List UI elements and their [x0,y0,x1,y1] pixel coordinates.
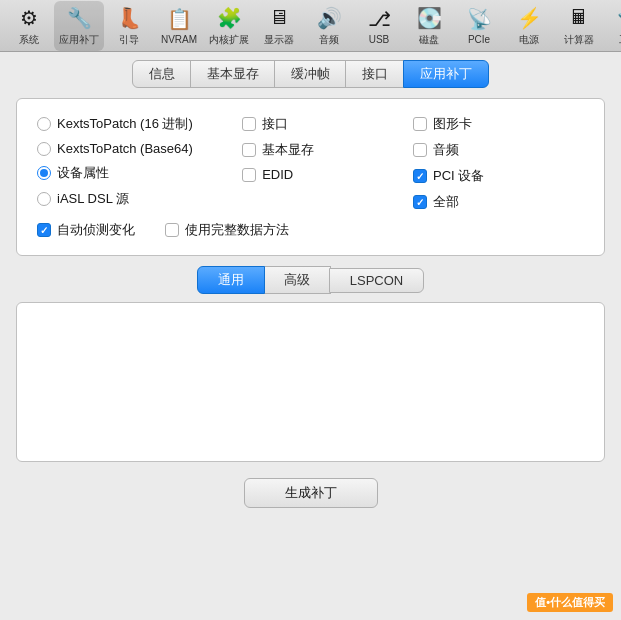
radio-item-2[interactable]: 设备属性 [37,164,242,182]
sub-tab-bar: 通用高级LSPCON [16,266,605,294]
main-content: KextsToPatch (16 进制)KextsToPatch (Base64… [0,88,621,514]
radio-label-2: 设备属性 [57,164,109,182]
toolbar-item-内核扩展[interactable]: 🧩内核扩展 [204,1,254,51]
toolbar-icon-NVRAM: 📋 [166,6,192,32]
radio-label-1: KextsToPatch (Base64) [57,141,193,156]
toolbar-label-显示器: 显示器 [264,33,294,47]
toolbar-icon-计算器: 🖩 [566,5,592,31]
toolbar-label-电源: 电源 [519,33,539,47]
toolbar-icon-磁盘: 💽 [416,5,442,31]
generate-button[interactable]: 生成补丁 [244,478,378,508]
toolbar-label-音频: 音频 [319,33,339,47]
bottom-checkbox-0[interactable] [37,223,51,237]
bottom-options: 自动侦测变化使用完整数据方法 [37,221,584,239]
right-checkbox-item-3[interactable]: 全部 [413,193,584,211]
right-checkbox-3[interactable] [413,195,427,209]
tab-缓冲帧[interactable]: 缓冲帧 [274,60,347,88]
toolbar-label-应用补丁: 应用补丁 [59,33,99,47]
toolbar: ⚙系统🔧应用补丁👢引导📋NVRAM🧩内核扩展🖥显示器🔊音频⎇USB💽磁盘📡PCI… [0,0,621,52]
radio-item-3[interactable]: iASL DSL 源 [37,190,242,208]
radio-0[interactable] [37,117,51,131]
sub-tab-高级[interactable]: 高级 [263,266,331,294]
toolbar-icon-工具: 🔨 [616,5,621,31]
toolbar-item-计算器[interactable]: 🖩计算器 [554,1,604,51]
bottom-checkbox-1[interactable] [165,223,179,237]
right-checkbox-2[interactable] [413,169,427,183]
toolbar-label-引导: 引导 [119,33,139,47]
toolbar-item-音频[interactable]: 🔊音频 [304,1,354,51]
toolbar-icon-USB: ⎇ [366,6,392,32]
content-area [16,302,605,462]
toolbar-icon-显示器: 🖥 [266,5,292,31]
generate-btn-row: 生成补丁 [16,472,605,514]
toolbar-item-电源[interactable]: ⚡电源 [504,1,554,51]
radio-label-3: iASL DSL 源 [57,190,129,208]
right-checkbox-1[interactable] [413,143,427,157]
radio-item-1[interactable]: KextsToPatch (Base64) [37,141,242,156]
right-checkbox-0[interactable] [413,117,427,131]
right-column: 图形卡音频PCI 设备全部 [413,115,584,211]
tab-bar: 信息基本显存缓冲帧接口应用补丁 [0,52,621,88]
toolbar-label-系统: 系统 [19,33,39,47]
right-checkbox-label-3: 全部 [433,193,459,211]
right-checkbox-item-2[interactable]: PCI 设备 [413,167,584,185]
toolbar-item-工具[interactable]: 🔨工具 [604,1,621,51]
bottom-checkbox-label-1: 使用完整数据方法 [185,221,289,239]
toolbar-item-USB[interactable]: ⎇USB [354,2,404,49]
toolbar-item-PCIe[interactable]: 📡PCIe [454,2,504,49]
tab-信息[interactable]: 信息 [132,60,192,88]
radio-label-0: KextsToPatch (16 进制) [57,115,193,133]
tab-基本显存[interactable]: 基本显存 [190,60,276,88]
right-checkbox-label-2: PCI 设备 [433,167,484,185]
radio-3[interactable] [37,192,51,206]
toolbar-item-系统[interactable]: ⚙系统 [4,1,54,51]
toolbar-label-PCIe: PCIe [468,34,490,45]
tab-接口[interactable]: 接口 [345,60,405,88]
mid-checkbox-0[interactable] [242,117,256,131]
mid-checkbox-item-0[interactable]: 接口 [242,115,413,133]
radio-item-0[interactable]: KextsToPatch (16 进制) [37,115,242,133]
toolbar-item-显示器[interactable]: 🖥显示器 [254,1,304,51]
left-column: KextsToPatch (16 进制)KextsToPatch (Base64… [37,115,242,211]
right-checkbox-label-0: 图形卡 [433,115,472,133]
toolbar-icon-系统: ⚙ [16,5,42,31]
mid-checkbox-item-1[interactable]: 基本显存 [242,141,413,159]
bottom-checkbox-label-0: 自动侦测变化 [57,221,135,239]
toolbar-label-NVRAM: NVRAM [161,34,197,45]
toolbar-item-应用补丁[interactable]: 🔧应用补丁 [54,1,104,51]
radio-1[interactable] [37,142,51,156]
toolbar-label-磁盘: 磁盘 [419,33,439,47]
toolbar-label-计算器: 计算器 [564,33,594,47]
watermark: 值•什么值得买 [527,593,613,612]
sub-tab-LSPCON[interactable]: LSPCON [329,268,424,293]
mid-checkbox-item-2[interactable]: EDID [242,167,413,182]
toolbar-item-NVRAM[interactable]: 📋NVRAM [154,2,204,49]
toolbar-label-内核扩展: 内核扩展 [209,33,249,47]
mid-checkbox-2[interactable] [242,168,256,182]
options-panel: KextsToPatch (16 进制)KextsToPatch (Base64… [16,98,605,256]
right-checkbox-label-1: 音频 [433,141,459,159]
toolbar-label-USB: USB [369,34,390,45]
toolbar-icon-引导: 👢 [116,5,142,31]
toolbar-icon-电源: ⚡ [516,5,542,31]
toolbar-icon-音频: 🔊 [316,5,342,31]
mid-checkbox-1[interactable] [242,143,256,157]
mid-checkbox-label-0: 接口 [262,115,288,133]
toolbar-icon-应用补丁: 🔧 [66,5,92,31]
right-checkbox-item-0[interactable]: 图形卡 [413,115,584,133]
sub-tab-通用[interactable]: 通用 [197,266,265,294]
right-checkbox-item-1[interactable]: 音频 [413,141,584,159]
mid-column: 接口基本显存EDID [242,115,413,211]
toolbar-item-引导[interactable]: 👢引导 [104,1,154,51]
toolbar-icon-内核扩展: 🧩 [216,5,242,31]
mid-checkbox-label-2: EDID [262,167,293,182]
toolbar-item-磁盘[interactable]: 💽磁盘 [404,1,454,51]
mid-checkbox-label-1: 基本显存 [262,141,314,159]
tab-应用补丁[interactable]: 应用补丁 [403,60,489,88]
radio-2[interactable] [37,166,51,180]
toolbar-icon-PCIe: 📡 [466,6,492,32]
bottom-checkbox-item-1[interactable]: 使用完整数据方法 [165,221,289,239]
bottom-checkbox-item-0[interactable]: 自动侦测变化 [37,221,135,239]
